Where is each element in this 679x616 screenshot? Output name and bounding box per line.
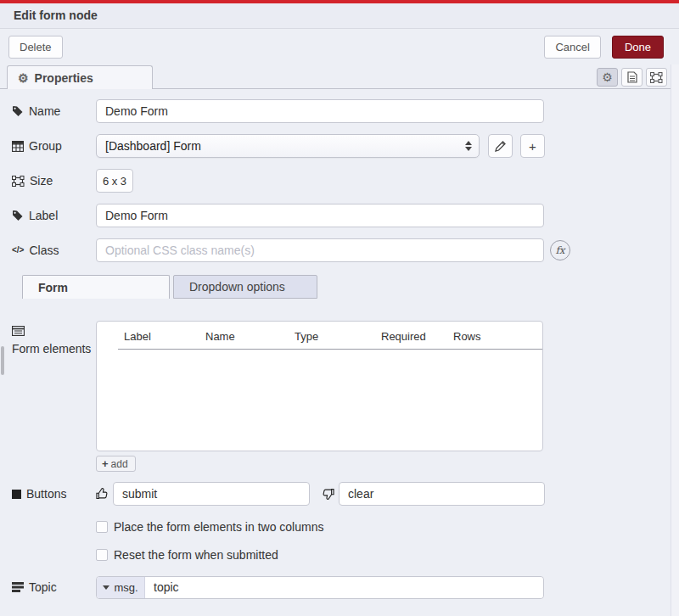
form-subtabs: Form Dropdown options [22,275,679,299]
class-input[interactable] [96,238,544,262]
editor-icon-buttons: ⚙ [597,68,667,87]
table-icon [12,141,24,152]
description-icon-button[interactable] [621,68,643,87]
pencil-icon [495,141,506,152]
tab-properties[interactable]: ⚙ Properties [7,65,153,89]
form-elements-label: Form elements [12,321,96,356]
label-row: Label [12,204,679,227]
column-header: Rows [453,330,542,343]
form-elements-list[interactable]: Label Name Type Required Rows [96,321,543,451]
tag-icon [12,105,24,117]
group-row: Group [Dashboard] Form + [12,134,679,158]
class-row: </> Class fx [12,238,679,262]
name-row: Name [12,99,679,123]
gear-icon: ⚙ [602,71,613,83]
tag-icon [12,210,24,221]
square-icon [12,490,21,499]
editor-tabbar: ⚙ Properties ⚙ [0,65,679,89]
clear-button-label-input[interactable] [339,482,545,506]
reset-form-label: Reset the form when submitted [114,548,278,562]
gear-icon: ⚙ [18,72,29,84]
size-row: Size 6 x 3 [12,169,679,193]
reset-form-option: Reset the form when submitted [96,548,679,562]
form-elements-header: Label Name Type Required Rows [118,328,542,350]
two-columns-label: Place the form elements in two columns [114,520,323,534]
done-button[interactable]: Done [612,36,664,59]
plus-icon: + [102,457,109,470]
node-edit-form: Name Group [Dashboard] Form + [0,89,679,599]
topic-typed-input: msg. [96,576,544,599]
thumbs-down-icon [322,487,334,501]
form-elements-row: Form elements Label Name Type Required R… [12,321,679,472]
edit-group-button[interactable] [488,134,513,158]
tasks-icon [12,582,24,592]
add-element-button[interactable]: + add [96,456,136,472]
column-header: Label [118,330,205,343]
submit-button-label-input[interactable] [113,482,310,506]
left-scrollbar-thumb[interactable] [1,346,4,375]
appearance-icon-button[interactable] [646,68,667,87]
object-group-icon [12,176,25,187]
buttons-label: Buttons [12,486,96,501]
two-columns-checkbox[interactable] [96,521,108,533]
select-arrows-icon [465,141,472,151]
group-select-value: [Dashboard] Form [105,139,465,153]
buttons-row: Buttons [12,482,679,506]
add-element-label: add [111,458,128,470]
tab-dropdown-options[interactable]: Dropdown options [173,275,317,299]
typed-input-type-select[interactable]: msg. [97,577,145,598]
topic-label: Topic [12,580,96,595]
tab-form[interactable]: Form [22,275,170,299]
name-label: Name [12,104,96,119]
group-label: Group [12,138,96,154]
topic-row: Topic msg. [12,575,679,599]
cancel-button[interactable]: Cancel [544,36,600,59]
name-input[interactable] [96,99,544,123]
code-icon: </> [12,243,24,258]
plus-icon: + [529,139,536,154]
right-scrollbar-track[interactable] [671,64,679,616]
fx-expression-icon[interactable]: fx [550,240,570,260]
column-header: Required [381,330,453,343]
chevron-down-icon [103,585,109,590]
delete-button[interactable]: Delete [8,36,63,59]
column-header: Name [205,330,295,343]
size-label: Size [12,173,96,188]
group-select[interactable]: [Dashboard] Form [96,134,480,158]
tab-properties-label: Properties [35,71,93,85]
two-columns-option: Place the form elements in two columns [96,520,679,534]
column-header: Type [295,330,381,343]
edit-node-dialog: Edit form node Delete Cancel Done ⚙ Prop… [0,0,679,599]
add-group-button[interactable]: + [520,134,545,158]
topic-input[interactable] [145,577,543,598]
properties-icon-button[interactable]: ⚙ [597,68,618,87]
dialog-toolbar: Delete Cancel Done [0,29,679,65]
typed-input-type-label: msg. [114,581,137,594]
dialog-title: Edit form node [0,3,679,29]
document-icon [627,71,637,83]
label-input[interactable] [96,204,544,227]
list-icon [12,326,25,336]
reset-form-checkbox[interactable] [96,549,108,561]
thumbs-up-icon [96,487,109,501]
object-group-icon [650,72,663,83]
size-button[interactable]: 6 x 3 [96,169,133,193]
label-label: Label [12,208,96,223]
class-label: </> Class [12,243,96,258]
